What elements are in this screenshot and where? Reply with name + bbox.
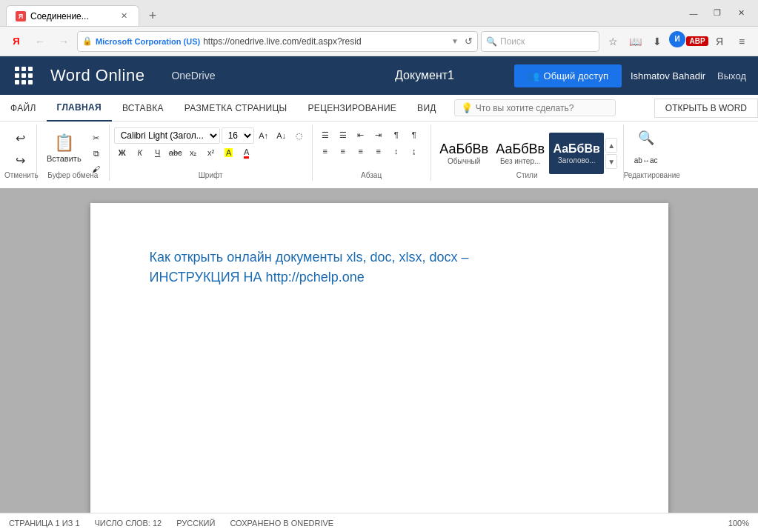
refresh-btn[interactable]: ↺ bbox=[465, 36, 473, 47]
ribbon-search-input[interactable] bbox=[476, 103, 609, 113]
font-color-btn[interactable]: A bbox=[239, 145, 255, 160]
onedrive-nav[interactable]: OneDrive bbox=[156, 56, 230, 95]
paste-label: Вставить bbox=[47, 154, 82, 163]
yandex-logo: Я bbox=[6, 31, 27, 52]
user-name: Ishmatov Bahadir bbox=[622, 70, 714, 82]
address-bar[interactable]: 🔒 Microsoft Corporation (US) https://one… bbox=[77, 31, 478, 52]
profile-icon[interactable]: И bbox=[669, 31, 685, 47]
style-heading-label: Заголово... bbox=[558, 156, 596, 164]
style-normal[interactable]: АаБбВв Обычный bbox=[436, 133, 491, 174]
indent-btn[interactable]: ⇥ bbox=[370, 127, 387, 142]
clear-format-btn[interactable]: ◌ bbox=[291, 128, 307, 143]
align-center-btn[interactable]: ≡ bbox=[335, 144, 351, 159]
font-size-select[interactable]: 16 bbox=[222, 127, 254, 144]
status-zoom: 100% bbox=[728, 519, 749, 528]
status-words: ЧИСЛО СЛОВ: 12 bbox=[95, 519, 162, 528]
ribbon-group-clipboard: 📋 Вставить ✂ ⧉ 🖌 Буфер обмена bbox=[37, 124, 110, 181]
tab-title: Соединение... bbox=[30, 11, 113, 21]
doc-page[interactable]: Как открыть онлайн документы xls, doc, x… bbox=[90, 203, 668, 513]
menu-btn[interactable]: ≡ bbox=[731, 31, 752, 52]
bookmark-btn[interactable]: ☆ bbox=[602, 31, 623, 52]
undo-btn[interactable]: ↩ bbox=[10, 127, 31, 148]
highlight-btn[interactable]: A bbox=[221, 145, 237, 160]
ribbon-group-font: Calibri Light (Загол... 16 A↑ A↓ ◌ Ж К Ч… bbox=[110, 124, 313, 181]
read-mode-btn[interactable]: 📖 bbox=[625, 31, 645, 52]
tab-insert[interactable]: ВСТАВКА bbox=[112, 95, 174, 122]
outdent-btn[interactable]: ⇤ bbox=[353, 127, 369, 142]
style-normal-label: Обычный bbox=[448, 157, 480, 165]
share-icon: 👥 bbox=[528, 70, 539, 82]
ribbon-tabs: ФАЙЛ ГЛАВНАЯ ВСТАВКА РАЗМЕТКА СТРАНИЦЫ Р… bbox=[0, 95, 758, 122]
justify-btn[interactable]: ≡ bbox=[370, 144, 387, 159]
style-normal-preview: АаБбВв bbox=[439, 142, 488, 156]
close-btn[interactable]: ✕ bbox=[730, 5, 752, 21]
status-language: РУССКИЙ bbox=[176, 519, 215, 528]
browser-search-box[interactable]: 🔍 Поиск bbox=[481, 31, 599, 52]
tab-favicon: Я bbox=[16, 11, 26, 21]
tab-home[interactable]: ГЛАВНАЯ bbox=[47, 95, 112, 122]
address-source: Microsoft Corporation (US) bbox=[96, 37, 200, 46]
status-bar: СТРАНИЦА 1 ИЗ 1 ЧИСЛО СЛОВ: 12 РУССКИЙ С… bbox=[0, 513, 758, 532]
browser-toolbar: Я ← → 🔒 Microsoft Corporation (US) https… bbox=[0, 27, 758, 56]
tab-view[interactable]: ВИД bbox=[407, 95, 447, 122]
strikethrough-btn[interactable]: abc bbox=[167, 145, 184, 160]
bullets-btn[interactable]: ☰ bbox=[317, 127, 333, 142]
open-in-word-btn[interactable]: ОТКРЫТЬ В WORD bbox=[654, 99, 758, 118]
active-tab[interactable]: Я Соединение... ✕ bbox=[6, 5, 139, 26]
group-label-paragraph: Абзац bbox=[313, 171, 430, 179]
increase-font-btn[interactable]: A↑ bbox=[256, 128, 272, 143]
styles-scroll-down[interactable]: ▼ bbox=[605, 154, 617, 169]
logout-btn[interactable]: Выход bbox=[714, 70, 749, 82]
window-controls: — ❐ ✕ bbox=[682, 5, 752, 21]
style-no-spacing[interactable]: АаБбВв Без интер... bbox=[493, 133, 548, 174]
font-name-select[interactable]: Calibri Light (Загол... bbox=[114, 127, 220, 144]
subscript-btn[interactable]: x₂ bbox=[185, 145, 202, 160]
forward-btn[interactable]: → bbox=[53, 31, 74, 52]
ribbon-group-undo: ↩ ↪ Отменить bbox=[4, 124, 37, 181]
doc-content[interactable]: Как открыть онлайн документы xls, doc, x… bbox=[150, 247, 609, 287]
ribbon-group-editing: 🔍 ab↔ac Редактирование bbox=[624, 124, 668, 181]
numbering-btn[interactable]: ☰ bbox=[335, 127, 351, 142]
align-left-btn[interactable]: ≡ bbox=[317, 144, 333, 159]
tab-layout[interactable]: РАЗМЕТКА СТРАНИЦЫ bbox=[174, 95, 298, 122]
minimize-btn[interactable]: — bbox=[682, 5, 705, 21]
new-tab-btn[interactable]: + bbox=[142, 5, 163, 26]
ltr-btn[interactable]: ¶ bbox=[388, 127, 405, 142]
status-page: СТРАНИЦА 1 ИЗ 1 bbox=[9, 519, 80, 528]
maximize-btn[interactable]: ❐ bbox=[706, 5, 728, 21]
style-heading[interactable]: АаБбВв Заголово... bbox=[549, 133, 604, 174]
download-btn[interactable]: ⬇ bbox=[647, 31, 668, 52]
toolbar-icons: ☆ 📖 ⬇ И АВР Я ≡ bbox=[602, 31, 752, 52]
rtl-btn[interactable]: ¶ bbox=[406, 127, 422, 142]
line-spacing-btn[interactable]: ↕ bbox=[388, 144, 405, 159]
ribbon-search-box[interactable]: 💡 bbox=[454, 99, 616, 116]
tab-file[interactable]: ФАЙЛ bbox=[0, 95, 47, 122]
doc-area: Как открыть онлайн документы xls, doc, x… bbox=[0, 188, 758, 513]
italic-btn[interactable]: К bbox=[132, 145, 148, 160]
app-grid-btn[interactable] bbox=[9, 61, 39, 90]
bold-btn[interactable]: Ж bbox=[114, 145, 130, 160]
copy-btn[interactable]: ⧉ bbox=[88, 146, 104, 161]
group-label-styles: Стили bbox=[431, 171, 623, 179]
underline-btn[interactable]: Ч bbox=[150, 145, 166, 160]
back-btn[interactable]: ← bbox=[30, 31, 50, 52]
tab-close-btn[interactable]: ✕ bbox=[118, 10, 130, 22]
tab-review[interactable]: РЕЦЕНЗИРОВАНИЕ bbox=[298, 95, 408, 122]
find-btn[interactable]: 🔍 bbox=[635, 127, 657, 148]
styles-scroll-up[interactable]: ▲ bbox=[605, 138, 617, 153]
share-btn[interactable]: 👥 Общий доступ bbox=[514, 64, 622, 87]
redo-btn[interactable]: ↪ bbox=[10, 150, 31, 170]
cut-btn[interactable]: ✂ bbox=[88, 130, 104, 145]
ssl-icon: 🔒 bbox=[82, 36, 93, 46]
paragraph-spacing-btn[interactable]: ↨ bbox=[406, 144, 422, 159]
paste-btn[interactable]: 📋 Вставить bbox=[41, 127, 87, 169]
address-dropdown-icon[interactable]: ▼ bbox=[451, 37, 459, 45]
replace-btn[interactable]: ab↔ac bbox=[631, 150, 661, 170]
align-right-btn[interactable]: ≡ bbox=[353, 144, 369, 159]
ribbon-group-styles: АаБбВв Обычный АаБбВв Без интер... АаБбВ… bbox=[431, 124, 624, 181]
decrease-font-btn[interactable]: A↓ bbox=[273, 128, 290, 143]
ribbon-body: ↩ ↪ Отменить 📋 Вставить ✂ ⧉ 🖌 Буфер обме… bbox=[0, 122, 758, 188]
abp-btn[interactable]: АВР bbox=[687, 31, 708, 52]
yandex-tools-btn[interactable]: Я bbox=[709, 31, 730, 52]
superscript-btn[interactable]: x² bbox=[203, 145, 219, 160]
